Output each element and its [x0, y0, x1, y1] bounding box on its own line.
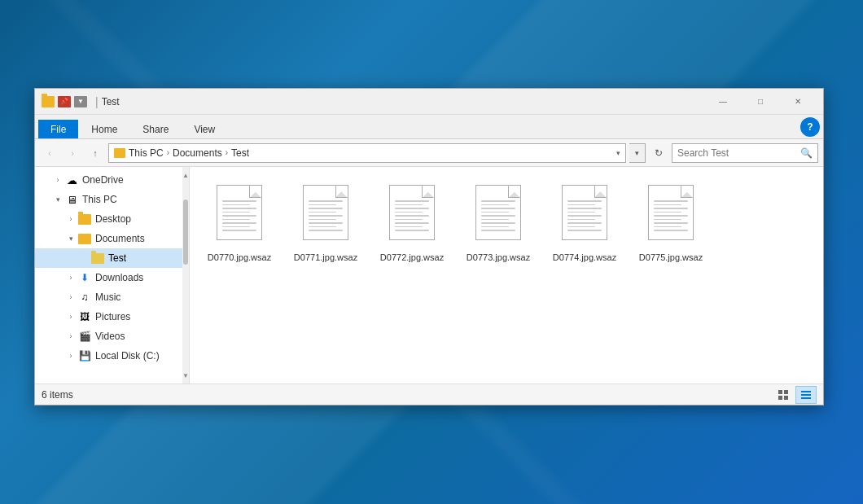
maximize-button[interactable]: □ [742, 89, 779, 115]
file-item-4[interactable]: D0774.jpg.wsaz [548, 180, 621, 268]
sidebar-item-localdisk[interactable]: › 💾 Local Disk (C:) [35, 346, 189, 366]
file-name-5: D0775.jpg.wsaz [639, 252, 703, 263]
tab-home[interactable]: Home [79, 120, 129, 138]
sidebar-item-label: Downloads [95, 272, 143, 283]
path-this-pc[interactable]: This PC [129, 147, 164, 159]
view-list-button[interactable] [795, 386, 817, 404]
tab-share[interactable]: Share [130, 120, 181, 138]
path-test[interactable]: Test [231, 147, 249, 159]
document-shape [389, 185, 435, 240]
forward-button[interactable]: › [63, 143, 82, 163]
path-folder-icon [114, 148, 125, 158]
svg-rect-5 [801, 394, 811, 396]
search-input[interactable] [677, 147, 800, 159]
expand-icon: ▾ [51, 193, 64, 206]
back-button[interactable]: ‹ [40, 143, 59, 163]
doc-lines [222, 200, 256, 234]
sidebar-item-onedrive[interactable]: › ☁ OneDrive [35, 170, 189, 190]
window-pin-icon: 📌 [58, 96, 71, 107]
file-item-1[interactable]: D0771.jpg.wsaz [289, 180, 362, 268]
path-dropdown-arrow[interactable]: ▾ [616, 149, 620, 157]
item-count: 6 items [42, 389, 773, 401]
address-path[interactable]: This PC › Documents › Test ▾ [108, 143, 626, 163]
file-item-0[interactable]: D0770.jpg.wsaz [203, 180, 276, 268]
sidebar-item-music[interactable]: › ♫ Music [35, 287, 189, 307]
file-icon-5 [645, 185, 697, 248]
doc-lines [395, 200, 429, 234]
minimize-button[interactable]: — [704, 89, 742, 115]
file-item-5[interactable]: D0775.jpg.wsaz [634, 180, 707, 268]
sidebar-item-label: Desktop [95, 213, 131, 225]
file-name-3: D0773.jpg.wsaz [467, 252, 530, 263]
file-icon-0 [213, 185, 265, 248]
sidebar-item-thispc[interactable]: ▾ 🖥 This PC [35, 190, 189, 209]
file-icon-2 [386, 185, 438, 248]
file-name-2: D0772.jpg.wsaz [380, 252, 444, 263]
path-arrow-2: › [224, 148, 230, 157]
folder-open-icon [77, 232, 92, 245]
sidebar: › ☁ OneDrive ▾ 🖥 This PC › Desktop ▾ [35, 167, 190, 383]
up-button[interactable]: ↑ [85, 143, 105, 163]
expand-icon: › [64, 330, 77, 343]
sidebar-item-videos[interactable]: › 🎬 Videos [35, 327, 189, 346]
sidebar-item-desktop[interactable]: › Desktop [35, 209, 189, 229]
sidebar-item-label: OneDrive [82, 174, 124, 186]
main-content: › ☁ OneDrive ▾ 🖥 This PC › Desktop ▾ [35, 167, 823, 383]
svg-rect-2 [778, 396, 782, 400]
status-bar: 6 items [35, 383, 823, 405]
file-icon-1 [300, 185, 352, 248]
expand-icon: › [64, 213, 77, 226]
sidebar-item-label: Music [95, 291, 120, 303]
pictures-icon: 🖼 [77, 310, 92, 323]
sidebar-item-pictures[interactable]: › 🖼 Pictures [35, 307, 189, 327]
explorer-window: 📌 ▼ | Test — □ ✕ File Home Share View ? … [34, 88, 824, 405]
help-button[interactable]: ? [800, 117, 820, 137]
file-item-3[interactable]: D0773.jpg.wsaz [462, 180, 535, 268]
file-area: D0770.jpg.wsaz [190, 167, 823, 383]
search-icon[interactable]: 🔍 [800, 147, 813, 159]
path-documents[interactable]: Documents [173, 147, 222, 159]
expand-icon: › [64, 271, 77, 284]
files-grid: D0770.jpg.wsaz [203, 180, 810, 268]
scroll-up-btn[interactable]: ▲ [182, 170, 189, 180]
document-shape [475, 185, 521, 240]
svg-rect-1 [784, 390, 788, 394]
file-item-2[interactable]: D0772.jpg.wsaz [375, 180, 449, 268]
expand-icon: › [51, 173, 64, 186]
document-shape [303, 185, 348, 240]
sidebar-item-documents[interactable]: ▾ Documents [35, 229, 189, 248]
title-bar: 📌 ▼ | Test — □ ✕ [35, 89, 823, 115]
downloads-icon: ⬇ [77, 271, 92, 284]
svg-rect-0 [778, 390, 782, 394]
refresh-button[interactable]: ↻ [649, 143, 668, 163]
window-title: Test [102, 96, 704, 107]
view-grid-button[interactable] [773, 386, 794, 404]
ribbon-tabs: File Home Share View ? [35, 115, 823, 139]
sidebar-item-label: This PC [82, 194, 117, 205]
svg-rect-3 [784, 396, 788, 400]
videos-icon: 🎬 [77, 330, 92, 343]
address-dropdown-button[interactable]: ▾ [629, 143, 646, 163]
sidebar-item-test[interactable]: Test [35, 248, 189, 268]
sidebar-scrollbar-thumb [183, 199, 188, 265]
expand-icon: › [64, 310, 77, 323]
search-box: 🔍 [672, 143, 818, 163]
doc-lines [567, 200, 602, 234]
folder-icon [77, 213, 92, 226]
sidebar-scrollbar[interactable]: ▲ ▼ [182, 167, 189, 383]
document-shape [562, 185, 607, 240]
expand-icon: ▾ [64, 232, 77, 245]
title-bar-icons: 📌 ▼ [42, 96, 87, 107]
file-name-4: D0774.jpg.wsaz [553, 252, 616, 263]
path-arrow-1: › [165, 148, 171, 157]
document-shape [648, 185, 694, 240]
expand-icon [77, 252, 90, 265]
close-button[interactable]: ✕ [779, 89, 817, 115]
sidebar-item-downloads[interactable]: › ⬇ Downloads [35, 268, 189, 287]
doc-lines [654, 200, 688, 234]
sidebar-item-label: Local Disk (C:) [95, 350, 160, 362]
tab-view[interactable]: View [182, 120, 227, 138]
tab-file[interactable]: File [38, 120, 78, 138]
sidebar-item-label: Videos [95, 331, 125, 342]
scroll-down-btn[interactable]: ▼ [182, 370, 189, 380]
